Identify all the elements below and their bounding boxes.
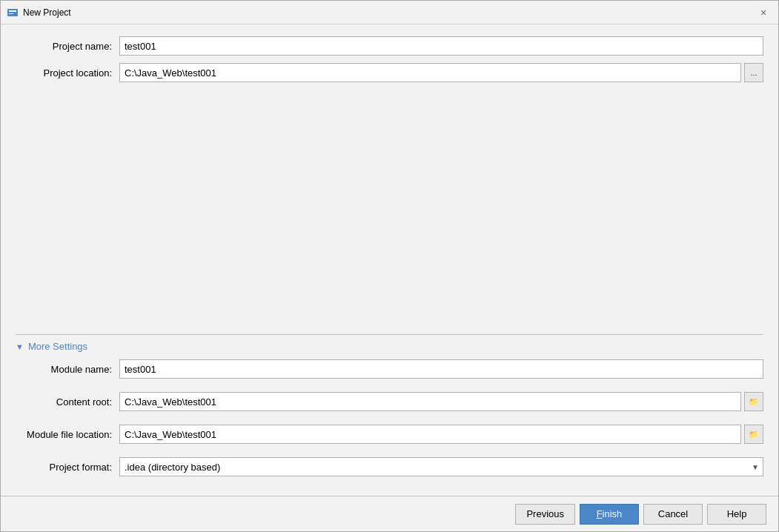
project-location-row: Project location: ... (16, 63, 763, 82)
project-location-label: Project location: (16, 67, 119, 79)
folder-icon: 📁 (749, 397, 759, 407)
more-settings-toggle[interactable]: ▼ More Settings (16, 341, 763, 352)
project-format-row: Project format: .idea (directory based) … (16, 457, 763, 476)
dialog-footer: Previous Finish Cancel Help (1, 496, 778, 531)
finish-button[interactable]: Finish (580, 504, 639, 525)
folder-icon-2: 📁 (749, 430, 759, 439)
spacer (16, 90, 763, 334)
module-file-location-input-wrap: 📁 (119, 425, 763, 444)
module-file-location-row: Module file location: 📁 (16, 425, 763, 444)
more-settings-section: ▼ More Settings Module name: Content roo… (16, 334, 763, 484)
module-file-location-browse-button[interactable]: 📁 (744, 425, 763, 444)
module-file-location-input[interactable] (119, 425, 741, 444)
project-format-label: Project format: (16, 462, 119, 473)
more-settings-label: More Settings (28, 341, 87, 352)
svg-rect-2 (9, 13, 13, 14)
project-name-input[interactable] (119, 36, 763, 56)
project-name-label: Project name: (16, 41, 119, 52)
project-location-input-wrap: ... (119, 63, 763, 82)
project-format-dropdown-wrap: .idea (directory based) Eclipse (.classp… (119, 457, 763, 476)
more-settings-rows: Module name: Content root: 📁 (16, 359, 763, 484)
close-button[interactable]: × (755, 4, 772, 21)
module-file-location-label: Module file location: (16, 429, 119, 440)
cancel-button[interactable]: Cancel (643, 504, 703, 525)
svg-rect-0 (7, 9, 18, 16)
project-format-select[interactable]: .idea (directory based) Eclipse (.classp… (119, 457, 763, 476)
dialog-content: Project name: Project location: ... ▼ Mo… (1, 24, 778, 496)
module-name-label: Module name: (16, 364, 119, 375)
collapse-arrow-icon: ▼ (16, 342, 24, 351)
content-root-browse-button[interactable]: 📁 (744, 392, 763, 411)
finish-button-label: Finish (597, 508, 623, 519)
module-name-input[interactable] (119, 359, 763, 379)
module-name-input-wrap (119, 359, 763, 379)
new-project-dialog: New Project × Project name: Project loca… (0, 0, 779, 532)
previous-button[interactable]: Previous (515, 504, 575, 525)
content-root-input[interactable] (119, 392, 741, 411)
project-location-input[interactable] (119, 63, 741, 82)
content-root-label: Content root: (16, 396, 119, 408)
project-name-input-wrap (119, 36, 763, 56)
dialog-icon (7, 7, 19, 19)
dialog-title: New Project (23, 7, 755, 18)
module-name-row: Module name: (16, 359, 763, 379)
help-button[interactable]: Help (707, 504, 766, 525)
project-name-row: Project name: (16, 36, 763, 56)
svg-rect-1 (9, 10, 16, 12)
content-root-input-wrap: 📁 (119, 392, 763, 411)
title-bar: New Project × (1, 1, 778, 24)
content-root-row: Content root: 📁 (16, 392, 763, 411)
browse-button[interactable]: ... (744, 63, 763, 82)
